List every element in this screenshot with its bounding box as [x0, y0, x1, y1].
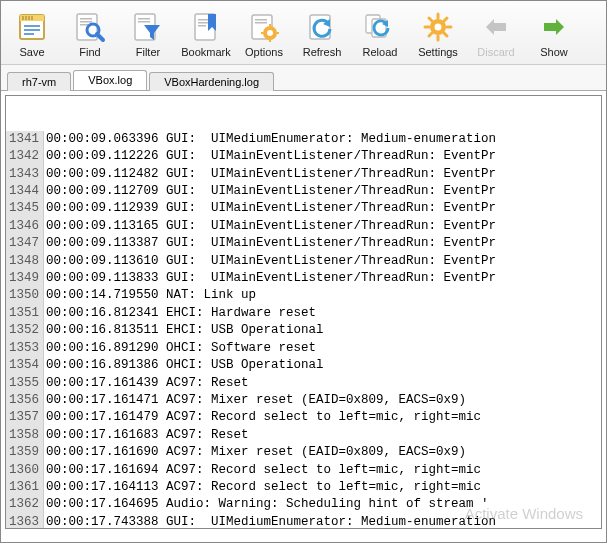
log-row: 134900:00:09.113833 GUI: UIMainEventList…: [6, 270, 601, 287]
bookmark-button[interactable]: Bookmark: [177, 5, 235, 62]
log-row: 136300:00:17.743388 GUI: UIMediumEnumera…: [6, 514, 601, 529]
settings-icon: [421, 10, 455, 44]
log-text: 00:00:09.063396 GUI: UIMediumEnumerator:…: [44, 131, 496, 148]
svg-rect-17: [138, 21, 150, 23]
svg-line-40: [429, 18, 432, 21]
log-row: 134500:00:09.112939 GUI: UIMainEventList…: [6, 200, 601, 217]
bookmark-icon: [189, 10, 223, 44]
toolbar-label: Show: [540, 46, 568, 58]
log-text: 00:00:17.161439 AC97: Reset: [44, 375, 249, 392]
log-text: 00:00:09.112709 GUI: UIMainEventListener…: [44, 183, 496, 200]
svg-rect-24: [255, 22, 267, 24]
line-number: 1359: [6, 444, 44, 461]
line-number: 1343: [6, 166, 44, 183]
log-text: 00:00:09.113387 GUI: UIMainEventListener…: [44, 235, 496, 252]
log-row: 135300:00:16.891290 OHCI: Software reset: [6, 340, 601, 357]
log-row: 136200:00:17.164695 Audio: Warning: Sche…: [6, 496, 601, 513]
line-number: 1353: [6, 340, 44, 357]
save-icon: [15, 10, 49, 44]
settings-button[interactable]: Settings: [409, 5, 467, 62]
line-number: 1358: [6, 427, 44, 444]
svg-rect-21: [198, 25, 206, 27]
log-text: 00:00:17.161479 AC97: Record select to l…: [44, 409, 481, 426]
line-number: 1345: [6, 200, 44, 217]
toolbar-label: Filter: [136, 46, 160, 58]
log-row: 134100:00:09.063396 GUI: UIMediumEnumera…: [6, 131, 601, 148]
line-number: 1349: [6, 270, 44, 287]
line-number: 1354: [6, 357, 44, 374]
log-text: 00:00:17.161683 AC97: Reset: [44, 427, 249, 444]
reload-button[interactable]: Reload: [351, 5, 409, 62]
line-number: 1356: [6, 392, 44, 409]
log-row: 136000:00:17.161694 AC97: Record select …: [6, 462, 601, 479]
log-text: 00:00:09.113165 GUI: UIMainEventListener…: [44, 218, 496, 235]
log-row: 135000:00:14.719550 NAT: Link up: [6, 287, 601, 304]
refresh-button[interactable]: Refresh: [293, 5, 351, 62]
svg-line-43: [444, 18, 447, 21]
log-text: 00:00:17.164695 Audio: Warning: Scheduli…: [44, 496, 489, 513]
log-text: 00:00:09.112226 GUI: UIMainEventListener…: [44, 148, 496, 165]
toolbar-label: Save: [19, 46, 44, 58]
svg-rect-11: [80, 21, 92, 23]
line-number: 1342: [6, 148, 44, 165]
line-number: 1341: [6, 131, 44, 148]
log-row: 135900:00:17.161690 AC97: Mixer reset (E…: [6, 444, 601, 461]
toolbar: SaveFindFilterBookmarkOptionsRefreshRelo…: [1, 1, 606, 65]
svg-line-14: [97, 34, 103, 40]
log-row: 135600:00:17.161471 AC97: Mixer reset (E…: [6, 392, 601, 409]
options-button[interactable]: Options: [235, 5, 293, 62]
log-row: 135100:00:16.812341 EHCI: Hardware reset: [6, 305, 601, 322]
line-number: 1361: [6, 479, 44, 496]
log-row: 136100:00:17.164113 AC97: Record select …: [6, 479, 601, 496]
line-number: 1350: [6, 287, 44, 304]
toolbar-label: Reload: [363, 46, 398, 58]
log-text: 00:00:16.812341 EHCI: Hardware reset: [44, 305, 316, 322]
toolbar-label: Discard: [477, 46, 514, 58]
svg-point-35: [435, 24, 442, 31]
tab-VBoxHardening-log[interactable]: VBoxHardening.log: [149, 72, 274, 91]
svg-rect-6: [24, 25, 40, 27]
log-row: 135200:00:16.813511 EHCI: USB Operationa…: [6, 322, 601, 339]
tab-rh7-vm[interactable]: rh7-vm: [7, 72, 71, 91]
reload-icon: [363, 10, 397, 44]
svg-rect-3: [25, 16, 27, 20]
toolbar-label: Find: [79, 46, 100, 58]
log-row: 134700:00:09.113387 GUI: UIMainEventList…: [6, 235, 601, 252]
log-text: 00:00:09.113610 GUI: UIMainEventListener…: [44, 253, 496, 270]
svg-rect-16: [138, 18, 150, 20]
log-text: 00:00:17.161690 AC97: Mixer reset (EAID=…: [44, 444, 466, 461]
toolbar-label: Options: [245, 46, 283, 58]
log-viewer[interactable]: 134100:00:09.063396 GUI: UIMediumEnumera…: [5, 95, 602, 529]
line-number: 1351: [6, 305, 44, 322]
log-row: 134600:00:09.113165 GUI: UIMainEventList…: [6, 218, 601, 235]
log-row: 134300:00:09.112482 GUI: UIMainEventList…: [6, 166, 601, 183]
log-row: 134400:00:09.112709 GUI: UIMainEventList…: [6, 183, 601, 200]
find-icon: [73, 10, 107, 44]
show-icon: [537, 10, 571, 44]
refresh-icon: [305, 10, 339, 44]
find-button[interactable]: Find: [61, 5, 119, 62]
log-text: 00:00:09.112482 GUI: UIMainEventListener…: [44, 166, 496, 183]
line-number: 1360: [6, 462, 44, 479]
show-button[interactable]: Show: [525, 5, 583, 62]
svg-rect-12: [80, 24, 88, 26]
line-number: 1357: [6, 409, 44, 426]
svg-rect-4: [28, 16, 30, 20]
options-icon: [247, 10, 281, 44]
log-text: 00:00:17.161694 AC97: Record select to l…: [44, 462, 481, 479]
tab-bar: rh7-vmVBox.logVBoxHardening.log: [1, 65, 606, 91]
log-row: 134200:00:09.112226 GUI: UIMainEventList…: [6, 148, 601, 165]
log-row: 134800:00:09.113610 GUI: UIMainEventList…: [6, 253, 601, 270]
toolbar-label: Settings: [418, 46, 458, 58]
log-text: 00:00:16.891386 OHCI: USB Operational: [44, 357, 324, 374]
line-number: 1355: [6, 375, 44, 392]
tab-VBox-log[interactable]: VBox.log: [73, 70, 147, 90]
log-row: 135700:00:17.161479 AC97: Record select …: [6, 409, 601, 426]
save-button[interactable]: Save: [3, 5, 61, 62]
svg-line-42: [429, 33, 432, 36]
log-row: 135500:00:17.161439 AC97: Reset: [6, 375, 601, 392]
line-number: 1362: [6, 496, 44, 513]
line-number: 1363: [6, 514, 44, 529]
filter-button[interactable]: Filter: [119, 5, 177, 62]
svg-rect-2: [22, 16, 24, 20]
